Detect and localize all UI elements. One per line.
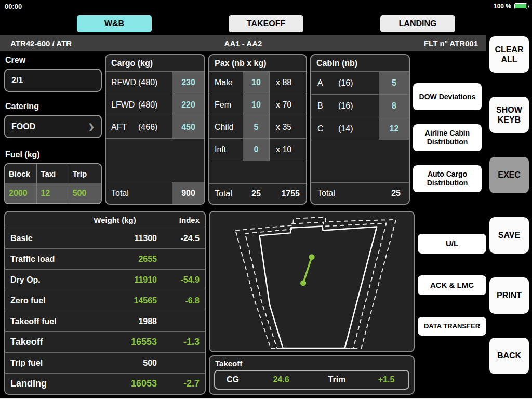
cargo-hold-name: LFWD (111, 100, 138, 110)
cargo-row-rfwd: RFWD (480) 230 (106, 71, 204, 94)
cabin-zone-capacity: (16) (338, 101, 353, 111)
cabin-title: Cabin (nb) (311, 55, 409, 71)
pax-unit-weight: x 70 (270, 94, 306, 116)
dow-deviations-button[interactable]: DOW Deviations (413, 83, 482, 110)
cabin-row-a: A (16) 5 (311, 71, 409, 94)
cg-label: CG (215, 375, 252, 384)
catering-button[interactable]: FOOD ❯ (4, 115, 102, 138)
weight-column-header: Weight (kg) (73, 216, 157, 224)
cargo-hold-name: AFT (111, 123, 138, 132)
save-button[interactable]: SAVE (489, 217, 529, 254)
cargo-hold-capacity: (480) (138, 100, 157, 110)
cg-envelope-chart (209, 211, 415, 352)
cargo-lfwd-input[interactable]: 220 (172, 94, 204, 116)
pax-row-inft: Inft 0 x 10 (209, 138, 306, 161)
takeoff-result-title: Takeoff (214, 358, 409, 370)
index-column-header: Index (157, 216, 205, 224)
fuel-col-taxi: Taxi (37, 164, 69, 183)
cargo-hold-name: RFWD (111, 78, 138, 87)
flight-header: ATR42-600 / ATR AA1 - AA2 FLT n° ATR001 (0, 35, 486, 51)
pax-unit-weight: x 35 (270, 116, 306, 138)
right-sidebar: CLEAR ALL SHOW KEYB EXEC SAVE PRINT BACK (486, 35, 532, 399)
cabin-row-b: B (16) 8 (311, 94, 409, 117)
back-button[interactable]: BACK (489, 338, 529, 374)
catering-value: FOOD (11, 122, 35, 131)
fuel-table: Block Taxi Trip 2000 12 500 (4, 163, 102, 204)
pax-category: Fem (209, 94, 243, 116)
tab-wb[interactable]: W&B (77, 15, 152, 32)
ul-button[interactable]: U/L (418, 234, 486, 254)
ack-lmc-button[interactable]: ACK & LMC (418, 275, 486, 295)
pax-spacer (209, 161, 306, 183)
main-content: ATR42-600 / ATR AA1 - AA2 FLT n° ATR001 … (0, 35, 486, 399)
weight-row-basic: Basic 11300 -24.5 (5, 228, 205, 248)
cargo-hold-capacity: (480) (138, 78, 157, 87)
wb-app: 00:00 100 % W&B TAKEOFF LANDING ATR42-60… (0, 0, 532, 399)
cargo-row-lfwd: LFWD (480) 220 (106, 94, 204, 116)
weight-row-traffic-load: Traffic load 2655 (5, 248, 205, 269)
cabin-b-input[interactable]: 8 (379, 95, 409, 117)
cargo-rfwd-input[interactable]: 230 (172, 72, 204, 94)
cabin-zone-capacity: (16) (338, 78, 353, 88)
pax-male-count-input[interactable]: 10 (243, 72, 270, 94)
crew-value: 2/1 (11, 76, 23, 85)
battery-cap (528, 5, 529, 8)
weight-row-dry-op: Dry Op. 11910 -54.9 (5, 269, 205, 290)
clock: 00:00 (5, 3, 22, 10)
pax-unit-weight: x 10 (270, 139, 306, 161)
airline-cabin-distribution-button[interactable]: Airline Cabin Distribution (413, 124, 482, 151)
cabin-row-c: C (14) 12 (311, 117, 409, 140)
auto-cargo-distribution-button[interactable]: Auto Cargo Distribution (413, 165, 482, 192)
weight-row-takeoff: Takeoff 16553 -1.3 (5, 331, 205, 352)
battery-icon (514, 3, 527, 9)
cargo-spacer (106, 138, 204, 182)
crew-input[interactable]: 2/1 (4, 69, 102, 92)
fuel-taxi-input[interactable]: 12 (37, 183, 69, 203)
takeoff-result-panel: Takeoff CG 24.6 Trim +1.5 (209, 355, 415, 395)
cg-travel-line (303, 257, 312, 283)
print-button[interactable]: PRINT (489, 277, 529, 314)
weight-row-landing: Landing 16053 -2.7 (5, 373, 205, 394)
pax-total-row: Total 25 1755 (209, 183, 306, 204)
data-transfer-button[interactable]: DATA TRANSFER (418, 317, 486, 336)
pax-total-label: Total (209, 184, 243, 204)
weight-row-takeoff-fuel: Takeoff fuel 1988 (5, 311, 205, 331)
pax-category: Inft (209, 139, 243, 161)
pax-row-child: Child 5 x 35 (209, 116, 306, 138)
pax-panel: Pax (nb x kg) Male 10 x 88 Fem 10 x 70 C… (208, 54, 307, 205)
show-keyb-button[interactable]: SHOW KEYB (489, 97, 529, 133)
pax-child-count-input[interactable]: 5 (243, 116, 270, 138)
cabin-total-label: Total (317, 189, 335, 198)
pax-total-weight: 1755 (270, 184, 306, 204)
tab-takeoff[interactable]: TAKEOFF (229, 15, 303, 32)
takeoff-result-box: CG 24.6 Trim +1.5 (214, 370, 409, 390)
takeoff-cg-point (309, 254, 314, 260)
cargo-title: Cargo (kg) (106, 55, 204, 71)
pax-inft-count-input[interactable]: 0 (243, 139, 270, 161)
main-row: ATR42-600 / ATR AA1 - AA2 FLT n° ATR001 … (0, 35, 532, 399)
pax-fem-count-input[interactable]: 10 (243, 94, 270, 116)
tab-bar: W&B TAKEOFF LANDING (0, 12, 532, 35)
weight-table-header: Weight (kg) Index (5, 212, 205, 228)
cabin-zone: A (317, 78, 338, 88)
crew-label: Crew (4, 54, 102, 69)
catering-label: Catering (4, 100, 102, 115)
cargo-aft-input[interactable]: 450 (172, 116, 204, 138)
cabin-a-input[interactable]: 5 (379, 72, 409, 94)
exec-button[interactable]: EXEC (489, 157, 529, 193)
certified-envelope-solid (259, 227, 377, 349)
fuel-trip-input[interactable]: 500 (69, 183, 101, 203)
clear-all-button[interactable]: CLEAR ALL (489, 36, 529, 73)
cabin-c-input[interactable]: 12 (379, 117, 409, 140)
pax-row-male: Male 10 x 88 (209, 71, 306, 94)
tab-landing[interactable]: LANDING (380, 15, 455, 32)
pax-category: Male (209, 72, 243, 94)
bottom-actions: U/L ACK & LMC DATA TRANSFER (418, 211, 486, 395)
pax-category: Child (209, 116, 243, 138)
cg-value: 24.6 (252, 375, 310, 384)
battery-fill (515, 4, 526, 8)
cabin-spacer (311, 140, 409, 182)
weight-row-trip-fuel: Trip fuel 500 (5, 352, 205, 373)
cabin-total-row: Total 25 (311, 182, 409, 204)
fuel-block-input[interactable]: 2000 (5, 183, 37, 203)
